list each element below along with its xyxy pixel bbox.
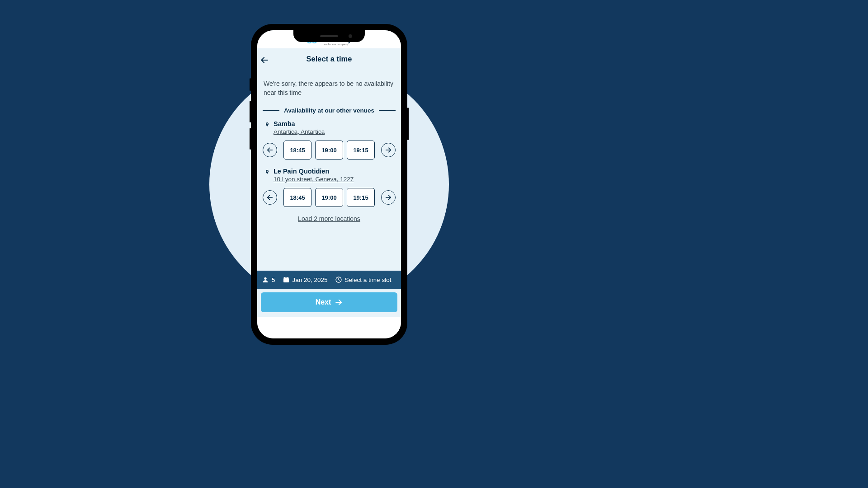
next-button[interactable]: Next [261,292,397,312]
divider-label: Availability at our other venues [284,107,374,114]
next-button-label: Next [316,298,331,306]
time-display[interactable]: Select a time slot [335,276,392,283]
title-bar: Select a time [257,48,401,68]
time-slot-button[interactable]: 19:00 [315,188,343,207]
arrow-right-icon [335,298,343,306]
svg-point-5 [264,277,266,280]
brand-subtitle: an Access company [320,43,351,46]
date-display[interactable]: Jan 20, 2025 [283,276,328,283]
time-value: Select a time slot [345,277,392,283]
phone-notch [293,30,365,42]
venue-name: Le Pain Quotidien [274,168,354,175]
prev-slots-button[interactable] [263,190,277,205]
back-button[interactable] [259,55,270,66]
page-title: Select a time [261,55,397,63]
arrow-left-icon [260,56,269,65]
section-divider: Availability at our other venues [263,107,396,114]
no-availability-message: We're sorry, there appears to be no avai… [264,80,395,97]
clock-icon [335,276,342,283]
next-slots-button[interactable] [381,190,396,205]
summary-bar: 5 Jan 20, 2025 Select a time slot [257,271,401,289]
location-pin-icon [264,169,270,176]
time-slot-button[interactable]: 19:15 [347,188,375,207]
calendar-icon [283,276,290,283]
arrow-left-icon [266,146,274,154]
footer-fill [257,317,401,338]
arrow-left-icon [266,194,274,201]
venue-address[interactable]: Antartica, Antartica [274,128,325,135]
person-icon [262,276,269,283]
time-slot-button[interactable]: 19:15 [347,141,375,160]
location-pin-icon [264,121,270,128]
date-value: Jan 20, 2025 [292,277,328,283]
time-slot-button[interactable]: 18:45 [283,141,311,160]
time-slot-button[interactable]: 19:00 [315,141,343,160]
guest-count[interactable]: 5 [262,276,275,283]
prev-slots-button[interactable] [263,143,277,157]
venue-block: Samba Antartica, Antartica 18:45 19:00 1… [263,120,396,160]
guest-count-value: 5 [272,277,275,283]
arrow-right-icon [385,194,392,201]
time-slot-button[interactable]: 18:45 [283,188,311,207]
svg-rect-8 [283,277,289,279]
venue-name: Samba [274,120,325,127]
arrow-right-icon [385,146,392,154]
venue-block: Le Pain Quotidien 10 Lyon street, Geneva… [263,168,396,207]
venue-address[interactable]: 10 Lyon street, Geneva, 1227 [274,176,354,183]
next-slots-button[interactable] [381,143,396,157]
app-screen: ResDiary an Access company Select a time… [257,30,401,338]
phone-frame: ResDiary an Access company Select a time… [251,24,407,345]
load-more-link[interactable]: Load 2 more locations [263,215,396,222]
